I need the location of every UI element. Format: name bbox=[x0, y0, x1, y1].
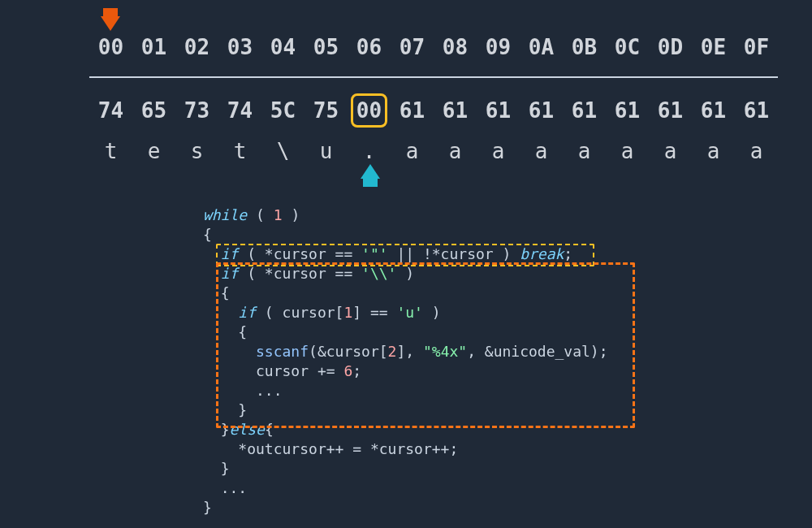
byte-cell: 65 bbox=[132, 96, 175, 125]
offset-row: 00 01 02 03 04 05 06 07 08 09 0A 0B 0C 0… bbox=[89, 32, 778, 62]
offset-cell: 08 bbox=[434, 32, 477, 62]
offset-cell: 0F bbox=[735, 32, 778, 62]
code-block: while ( 1 ) { if ( *cursor == '"' || !*c… bbox=[203, 206, 658, 517]
ascii-cell: a bbox=[391, 136, 434, 166]
offset-cell: 0A bbox=[520, 32, 563, 62]
ascii-cell: a bbox=[649, 136, 692, 166]
offset-cell: 0C bbox=[606, 32, 649, 62]
ascii-cell: a bbox=[735, 136, 778, 166]
offset-cell: 01 bbox=[132, 32, 175, 62]
byte-cell: 5C bbox=[261, 96, 304, 125]
offset-cell: 03 bbox=[218, 32, 261, 62]
ascii-row: t e s t \ u . a a a a a a a a a bbox=[89, 136, 778, 166]
top-cursor-marker bbox=[101, 16, 120, 31]
offset-cell: 09 bbox=[477, 32, 520, 62]
byte-cell: 74 bbox=[89, 96, 132, 125]
byte-cell: 61 bbox=[477, 96, 520, 125]
ascii-cell: a bbox=[434, 136, 477, 166]
offset-cell: 0E bbox=[692, 32, 735, 62]
byte-cell: 61 bbox=[563, 96, 606, 125]
ascii-cell: u bbox=[304, 136, 348, 166]
byte-cell: 61 bbox=[606, 96, 649, 125]
byte-cell: 75 bbox=[304, 96, 348, 125]
ascii-cell: e bbox=[132, 136, 175, 166]
hex-table: 00 01 02 03 04 05 06 07 08 09 0A 0B 0C 0… bbox=[89, 32, 778, 166]
offset-cell: 02 bbox=[175, 32, 218, 62]
bottom-cursor-marker bbox=[361, 164, 380, 179]
diagram-stage: 00 01 02 03 04 05 06 07 08 09 0A 0B 0C 0… bbox=[0, 0, 812, 528]
offset-cell: 0B bbox=[563, 32, 606, 62]
code-text: while ( 1 ) { if ( *cursor == '"' || !*c… bbox=[203, 206, 658, 517]
offset-cell: 06 bbox=[348, 32, 391, 62]
ascii-cell: t bbox=[89, 136, 132, 166]
offset-cell: 07 bbox=[391, 32, 434, 62]
ascii-cell: a bbox=[563, 136, 606, 166]
byte-cell: 61 bbox=[692, 96, 735, 125]
byte-cell: 61 bbox=[735, 96, 778, 125]
table-divider bbox=[89, 76, 778, 78]
ascii-cell: t bbox=[218, 136, 261, 166]
offset-cell: 00 bbox=[89, 32, 132, 62]
offset-cell: 04 bbox=[261, 32, 304, 62]
byte-cell: 61 bbox=[391, 96, 434, 125]
ascii-cell: a bbox=[520, 136, 563, 166]
byte-cell: 61 bbox=[520, 96, 563, 125]
byte-cell: 61 bbox=[434, 96, 477, 125]
byte-cell: 73 bbox=[175, 96, 218, 125]
ascii-cell: a bbox=[606, 136, 649, 166]
ascii-cell: . bbox=[348, 136, 391, 166]
null-byte-highlight: 00 bbox=[351, 93, 387, 128]
ascii-cell: s bbox=[175, 136, 218, 166]
ascii-cell: \ bbox=[261, 136, 304, 166]
offset-cell: 05 bbox=[304, 32, 348, 62]
offset-cell: 0D bbox=[649, 32, 692, 62]
byte-cell-highlighted: 00 bbox=[348, 96, 391, 125]
ascii-cell: a bbox=[692, 136, 735, 166]
byte-row: 74 65 73 74 5C 75 00 61 61 61 61 61 61 6… bbox=[89, 96, 778, 125]
byte-cell: 74 bbox=[218, 96, 261, 125]
byte-cell: 61 bbox=[649, 96, 692, 125]
ascii-cell: a bbox=[477, 136, 520, 166]
